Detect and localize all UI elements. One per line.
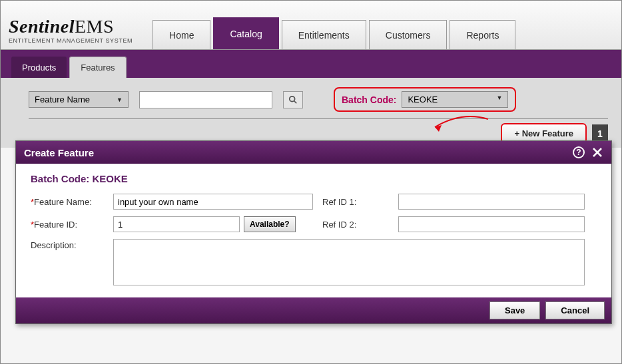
label-feature-name: *Feature Name: [31, 197, 104, 207]
annotation-arrow-icon [422, 114, 495, 140]
batch-code-group: Batch Code: KEOKE ▼ [334, 87, 516, 112]
brand-name: Sentinel [9, 16, 75, 37]
batch-code-value: KEOKE [408, 94, 438, 104]
create-feature-dialog: Create Feature ? Batch Code: KEOKE *Feat… [15, 140, 612, 324]
brand-suffix: EMS [75, 16, 114, 37]
search-button[interactable] [283, 91, 303, 108]
tab-entitlements[interactable]: Entitlements [282, 20, 366, 49]
chevron-down-icon: ▼ [117, 96, 123, 103]
batch-code-select[interactable]: KEOKE ▼ [402, 91, 508, 108]
dialog-body: Batch Code: KEOKE *Feature Name: Ref ID … [16, 164, 611, 297]
ref-id-1-input[interactable] [398, 194, 585, 210]
save-button[interactable]: Save [489, 301, 540, 319]
batch-code-label: Batch Code: [342, 94, 396, 105]
top-tabs: Home Catalog Entitlements Customers Repo… [153, 1, 518, 49]
tab-reports[interactable]: Reports [450, 20, 515, 49]
available-button[interactable]: Available? [244, 216, 296, 232]
tab-home[interactable]: Home [153, 20, 210, 49]
description-textarea[interactable] [113, 239, 585, 285]
filter-attribute-select[interactable]: Feature Name ▼ [29, 91, 129, 108]
dialog-footer: Save Cancel [16, 297, 611, 323]
svg-point-0 [290, 96, 295, 101]
search-icon [288, 95, 298, 104]
label-ref-id-1: Ref ID 1: [322, 197, 389, 207]
feature-id-input[interactable] [113, 216, 240, 232]
subtab-features[interactable]: Features [69, 57, 126, 78]
app-header: SentinelEMS ENTITLEMENT MANAGEMENT SYSTE… [1, 1, 621, 50]
filter-bar: Feature Name ▼ Batch Code: KEOKE ▼ + New… [1, 78, 621, 148]
label-description: Description: [31, 239, 104, 250]
close-icon[interactable] [591, 146, 603, 158]
label-ref-id-2: Ref ID 2: [322, 220, 389, 230]
brand-logo: SentinelEMS ENTITLEMENT MANAGEMENT SYSTE… [9, 16, 133, 44]
help-icon[interactable]: ? [573, 146, 585, 158]
dialog-title: Create Feature [24, 147, 94, 158]
tab-catalog[interactable]: Catalog [213, 17, 278, 49]
dialog-batch-code: Batch Code: KEOKE [31, 173, 597, 184]
svg-line-1 [294, 100, 297, 103]
dialog-header: Create Feature ? [16, 141, 611, 164]
ref-id-2-input[interactable] [398, 216, 585, 232]
filter-attribute-value: Feature Name [35, 94, 90, 104]
sub-nav: Products Features [1, 50, 621, 78]
cancel-button[interactable]: Cancel [545, 301, 605, 319]
feature-name-input[interactable] [113, 194, 313, 210]
label-feature-id: *Feature ID: [31, 220, 104, 230]
brand-tagline: ENTITLEMENT MANAGEMENT SYSTEM [9, 37, 133, 44]
tab-customers[interactable]: Customers [369, 20, 448, 49]
search-input[interactable] [139, 91, 272, 108]
chevron-down-icon: ▼ [497, 94, 503, 104]
subtab-products[interactable]: Products [11, 57, 67, 78]
